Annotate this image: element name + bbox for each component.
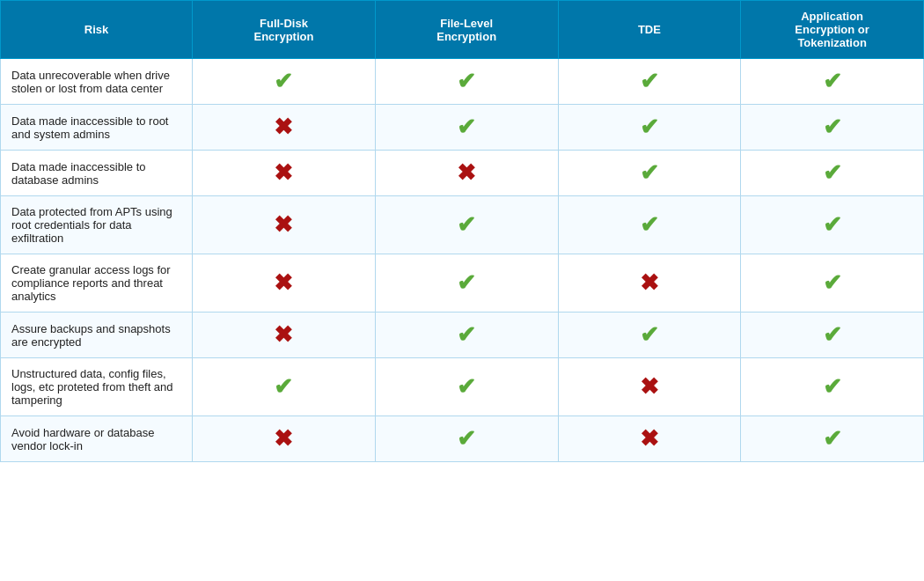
risk-cell: Data made inaccessible to database admin… <box>1 151 193 196</box>
check-cell-tde: ✔ <box>558 151 741 196</box>
check-cell-tde: ✔ <box>558 105 741 151</box>
check-cell-full_disk: ✔ <box>193 59 376 105</box>
check-cell-file_level: ✖ <box>375 151 558 196</box>
check-yes-icon: ✔ <box>274 68 293 94</box>
comparison-table: Risk Full-DiskEncryption File-LevelEncry… <box>0 0 924 462</box>
check-yes-icon: ✔ <box>823 321 842 348</box>
check-cell-file_level: ✔ <box>375 105 558 151</box>
check-yes-icon: ✔ <box>823 373 842 400</box>
table-row: Data made inaccessible to database admin… <box>1 151 924 196</box>
check-cell-app_enc: ✔ <box>741 416 924 462</box>
risk-cell: Data protected from APTs using root cred… <box>1 196 193 254</box>
check-cell-app_enc: ✔ <box>741 196 924 254</box>
risk-cell: Unstructured data, config files, logs, e… <box>1 358 193 416</box>
check-yes-icon: ✔ <box>640 211 659 238</box>
risk-cell: Avoid hardware or database vendor lock-i… <box>1 416 193 462</box>
check-cell-app_enc: ✔ <box>741 358 924 416</box>
check-cell-app_enc: ✔ <box>741 313 924 358</box>
check-cell-app_enc: ✔ <box>741 105 924 151</box>
risk-cell: Data made inaccessible to root and syste… <box>1 105 193 151</box>
check-cell-file_level: ✔ <box>375 416 558 462</box>
table-row: Unstructured data, config files, logs, e… <box>1 358 924 416</box>
check-cell-full_disk: ✖ <box>193 416 376 462</box>
check-no-icon: ✖ <box>274 211 293 238</box>
check-yes-icon: ✔ <box>457 425 476 452</box>
check-yes-icon: ✔ <box>457 373 476 400</box>
check-no-icon: ✖ <box>274 269 293 296</box>
check-cell-file_level: ✔ <box>375 254 558 313</box>
check-no-icon: ✖ <box>274 114 293 140</box>
check-cell-full_disk: ✖ <box>193 105 376 151</box>
header-full-disk: Full-DiskEncryption <box>193 1 376 59</box>
check-cell-full_disk: ✖ <box>193 151 376 196</box>
check-no-icon: ✖ <box>640 425 659 452</box>
check-cell-app_enc: ✔ <box>741 59 924 105</box>
check-yes-icon: ✔ <box>640 321 659 348</box>
check-cell-file_level: ✔ <box>375 59 558 105</box>
check-yes-icon: ✔ <box>640 68 659 94</box>
check-no-icon: ✖ <box>274 425 293 452</box>
check-yes-icon: ✔ <box>823 211 842 238</box>
check-yes-icon: ✔ <box>823 68 842 94</box>
check-cell-full_disk: ✖ <box>193 196 376 254</box>
check-cell-full_disk: ✖ <box>193 254 376 313</box>
table-row: Create granular access logs for complian… <box>1 254 924 313</box>
check-yes-icon: ✔ <box>640 159 659 186</box>
check-cell-file_level: ✔ <box>375 358 558 416</box>
risk-cell: Assure backups and snapshots are encrypt… <box>1 313 193 358</box>
check-yes-icon: ✔ <box>457 211 476 238</box>
check-cell-tde: ✔ <box>558 59 741 105</box>
check-cell-full_disk: ✔ <box>193 358 376 416</box>
check-cell-tde: ✖ <box>558 254 741 313</box>
check-yes-icon: ✔ <box>823 159 842 186</box>
check-cell-app_enc: ✔ <box>741 254 924 313</box>
header-tde: TDE <box>558 1 741 59</box>
check-cell-file_level: ✔ <box>375 196 558 254</box>
check-cell-tde: ✔ <box>558 196 741 254</box>
check-yes-icon: ✔ <box>274 373 293 400</box>
table-row: Data protected from APTs using root cred… <box>1 196 924 254</box>
check-yes-icon: ✔ <box>823 114 842 140</box>
check-yes-icon: ✔ <box>457 68 476 94</box>
check-yes-icon: ✔ <box>457 114 476 140</box>
check-yes-icon: ✔ <box>640 114 659 140</box>
table-row: Avoid hardware or database vendor lock-i… <box>1 416 924 462</box>
table-row: Data unrecoverable when drive stolen or … <box>1 59 924 105</box>
check-yes-icon: ✔ <box>823 269 842 296</box>
header-app-enc: ApplicationEncryption orTokenization <box>741 1 924 59</box>
check-cell-full_disk: ✖ <box>193 313 376 358</box>
table-row: Assure backups and snapshots are encrypt… <box>1 313 924 358</box>
check-cell-file_level: ✔ <box>375 313 558 358</box>
check-cell-tde: ✖ <box>558 416 741 462</box>
header-file-level: File-LevelEncryption <box>375 1 558 59</box>
check-yes-icon: ✔ <box>823 425 842 452</box>
risk-cell: Create granular access logs for complian… <box>1 254 193 313</box>
check-cell-tde: ✖ <box>558 358 741 416</box>
risk-cell: Data unrecoverable when drive stolen or … <box>1 59 193 105</box>
table-row: Data made inaccessible to root and syste… <box>1 105 924 151</box>
check-yes-icon: ✔ <box>457 321 476 348</box>
check-no-icon: ✖ <box>640 373 659 400</box>
check-no-icon: ✖ <box>274 159 293 186</box>
check-cell-app_enc: ✔ <box>741 151 924 196</box>
check-no-icon: ✖ <box>274 321 293 348</box>
check-yes-icon: ✔ <box>457 269 476 296</box>
check-cell-tde: ✔ <box>558 313 741 358</box>
check-no-icon: ✖ <box>640 269 659 296</box>
check-no-icon: ✖ <box>457 159 476 186</box>
header-risk: Risk <box>1 1 193 59</box>
